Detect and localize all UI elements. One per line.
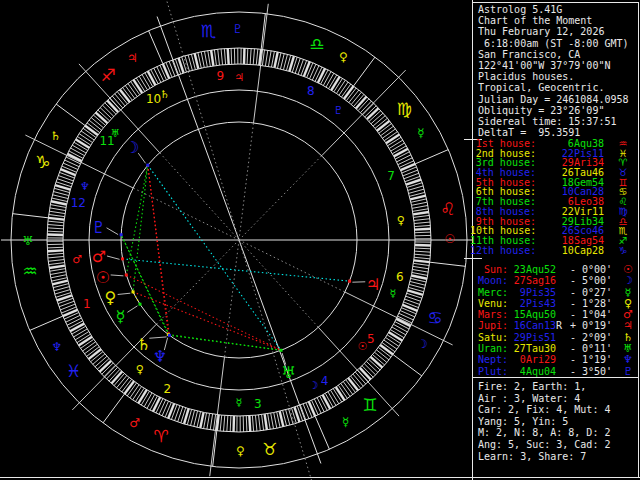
degree-tick xyxy=(403,305,418,311)
sign-ruler-icon: ♆ xyxy=(52,340,63,354)
sign-boundary-line xyxy=(103,394,124,423)
degree-tick xyxy=(70,324,84,332)
degree-tick xyxy=(79,337,92,346)
planet-pointer-line xyxy=(127,306,137,313)
degree-tick xyxy=(344,86,354,99)
sign-glyph-cancer: ♋ xyxy=(428,308,443,328)
degree-tick xyxy=(49,214,65,216)
degree-tick xyxy=(414,260,430,262)
degree-tick xyxy=(280,53,284,69)
degree-tick xyxy=(413,266,429,268)
degree-tick xyxy=(61,169,76,175)
planet-latitude: + 0°19' xyxy=(570,320,612,331)
degree-tick xyxy=(331,390,339,404)
summary-line-2: Car: 2, Fix: 4, Mut: 4 xyxy=(478,404,610,416)
info-line-6: Placidus houses. xyxy=(478,71,629,82)
degree-tick xyxy=(310,64,316,79)
degree-tick xyxy=(252,415,253,431)
degree-tick xyxy=(309,402,315,417)
planet-icon: ☽ xyxy=(620,275,636,286)
degree-tick xyxy=(50,272,66,275)
degree-tick xyxy=(223,415,224,431)
degree-tick xyxy=(399,313,414,320)
info-line-11: DeltaT = 95.3591 xyxy=(478,127,629,138)
sign-ruler-icon: ♅ xyxy=(23,234,34,248)
house-ruler-icon: ♆ xyxy=(80,180,90,193)
degree-tick xyxy=(49,211,65,213)
sign-boundary-line xyxy=(315,416,329,449)
degree-tick xyxy=(67,318,81,325)
house-ruler-icon: ♀ xyxy=(136,363,144,376)
zodiac-sign-icon: ♑ xyxy=(610,246,636,256)
degree-tick xyxy=(397,155,411,162)
degree-tick xyxy=(415,251,431,252)
planets-separator-tick xyxy=(464,258,482,259)
degree-tick xyxy=(253,49,254,65)
sign-boundary-line xyxy=(430,262,466,266)
planet-latitude: - 0°11' xyxy=(570,343,612,354)
planet-latitude: - 3°50' xyxy=(570,366,612,377)
planet-latitude: - 5°00' xyxy=(570,275,612,286)
house-ruler-icon: ♃ xyxy=(234,71,244,84)
planet-glyph-venus: ♀ xyxy=(105,288,117,307)
sign-glyph-scorpio: ♏ xyxy=(201,21,216,41)
planet-latitude: - 0°00' xyxy=(570,264,612,275)
degree-tick xyxy=(50,208,66,211)
house-label: 12th house: xyxy=(470,246,536,256)
degree-tick xyxy=(138,390,146,404)
sign-ruler-icon: ♇ xyxy=(232,22,243,36)
degree-tick xyxy=(64,160,79,167)
degree-tick xyxy=(398,158,412,165)
degree-tick xyxy=(414,257,430,259)
summary-line-1: Air : 3, Water: 4 xyxy=(478,393,610,405)
degree-tick xyxy=(265,50,267,66)
house-cusp-spoke-dotted xyxy=(156,240,239,324)
info-line-9: Obliquity = 23°26'09" xyxy=(478,105,629,116)
planet-icon: ♆ xyxy=(620,354,636,365)
planet-dot-moon xyxy=(146,164,149,167)
degree-tick xyxy=(323,395,331,409)
sign-boundary-line xyxy=(415,150,448,164)
degree-tick xyxy=(227,416,228,432)
degree-tick xyxy=(139,76,147,90)
house-cusp-spoke-dotted xyxy=(160,153,239,240)
degree-tick xyxy=(400,311,415,317)
degree-tick xyxy=(396,319,410,326)
degree-tick xyxy=(412,205,428,208)
house-number-3: 3 xyxy=(254,397,262,411)
degree-tick xyxy=(159,400,166,415)
degree-tick xyxy=(391,143,405,151)
house-ruler-icon: ♅ xyxy=(111,127,121,140)
degree-tick xyxy=(323,71,331,85)
planet-position-value: 23Aqu52 xyxy=(508,264,556,275)
degree-tick xyxy=(414,222,430,223)
planet-latitude: - 0°27' xyxy=(570,287,612,298)
degree-tick xyxy=(336,80,345,93)
degree-tick xyxy=(410,196,426,200)
degree-tick xyxy=(48,218,64,220)
planet-position-value: 16Can13 xyxy=(508,320,556,331)
sign-glyph-libra: ♎ xyxy=(309,34,324,54)
sign-glyph-pisces: ♓ xyxy=(66,361,81,381)
info-line-10: Sidereal time: 15:37:51 xyxy=(478,116,629,127)
sign-boundary-line xyxy=(30,316,63,330)
degree-tick xyxy=(336,387,345,400)
degree-tick xyxy=(154,68,161,82)
degree-tick xyxy=(195,53,199,69)
house-cusp-spoke-dotted xyxy=(239,240,318,327)
planet-glyph-pluto: ♇ xyxy=(91,218,105,237)
degree-tick xyxy=(312,65,319,80)
info-line-4: San Francisco, CA xyxy=(478,49,629,60)
degree-tick xyxy=(67,154,81,161)
house-number-9: 9 xyxy=(216,69,224,83)
planet-label: Merc: xyxy=(478,287,508,298)
sign-glyph-taurus: ♉ xyxy=(262,439,277,459)
house-cusp-value: 10Cap28 xyxy=(536,246,604,256)
house-number-2: 2 xyxy=(163,382,171,396)
degree-tick xyxy=(73,329,87,337)
degree-tick xyxy=(393,324,407,332)
degree-tick xyxy=(274,52,277,68)
degree-tick xyxy=(386,337,399,346)
planet-glyph-saturn: ♄ xyxy=(137,335,151,354)
planet-pointer-line xyxy=(107,256,120,259)
